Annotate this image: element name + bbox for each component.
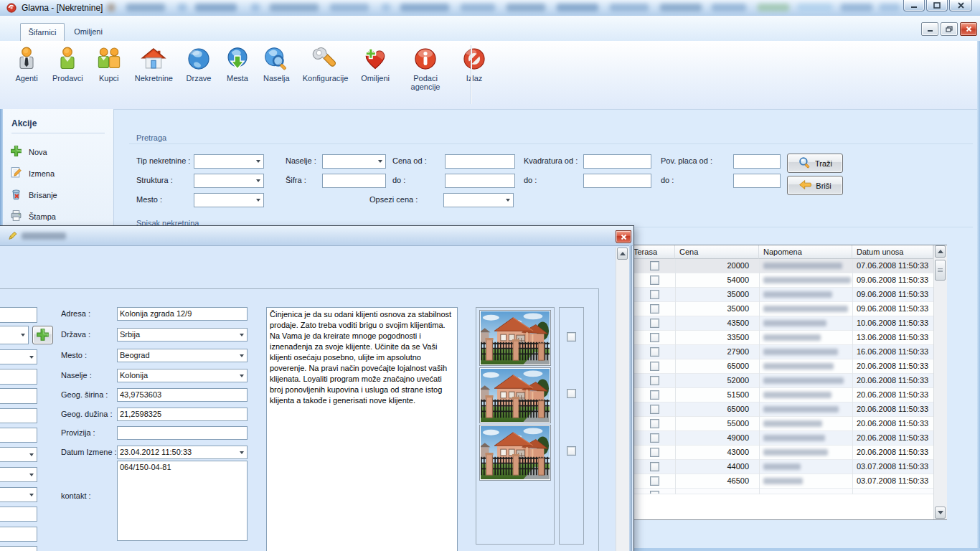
field-drzava-select[interactable]: Srbija (117, 328, 248, 342)
chevron-down-icon (240, 451, 244, 454)
clipped-input[interactable] (0, 388, 37, 404)
datum-unosa-cell: 03.07.2008 11:50:33 (857, 476, 928, 485)
window-title: Glavna - [Nekretnine] (22, 3, 103, 13)
field-adresa-input[interactable]: Kolonija zgrada 12/9 (117, 307, 248, 321)
tab-sifarnici[interactable]: Šifarnici (20, 23, 65, 41)
search-mesto-select[interactable] (194, 193, 264, 207)
terasa-checkbox[interactable] (650, 376, 659, 385)
clipped-input[interactable] (0, 369, 37, 385)
maximize-button[interactable] (926, 0, 948, 11)
terasa-checkbox[interactable] (650, 290, 659, 299)
clipped-select[interactable] (0, 467, 37, 482)
toolbar-item-podaci-agencije[interactable]: Podaci agencije (396, 44, 455, 93)
terasa-checkbox[interactable] (650, 261, 659, 270)
search-sifra-input[interactable] (322, 174, 386, 188)
toolbar-item-mesta[interactable]: Mesta (218, 44, 257, 85)
clipped-input[interactable] (0, 428, 37, 443)
terasa-checkbox[interactable] (650, 304, 659, 314)
description-textarea[interactable]: Činjenica je da su odani klijenti osnova… (266, 307, 458, 551)
toolbar-item-nekretnine[interactable]: Nekretnine (128, 44, 179, 85)
sidebar-item-izmena[interactable]: Izmena (10, 166, 55, 180)
photo-select-checkbox[interactable] (567, 446, 576, 456)
field-mesto-select[interactable]: Beograd (117, 349, 248, 362)
column-header-cena[interactable]: Cena (675, 245, 759, 259)
terasa-checkbox[interactable] (650, 419, 659, 428)
mdi-minimize-button[interactable] (921, 22, 938, 36)
clipped-input[interactable] (0, 546, 37, 551)
clipped-input[interactable] (0, 507, 37, 522)
property-photo-thumbnail[interactable] (479, 310, 551, 366)
dialog-close-button[interactable] (616, 230, 631, 243)
search-do-input[interactable] (445, 174, 515, 188)
clipped-select[interactable] (0, 326, 29, 344)
column-header-terasa[interactable]: Terasa (629, 245, 675, 259)
tab-omiljeni[interactable]: Omiljeni (69, 23, 108, 41)
clipped-input[interactable] (0, 307, 37, 323)
table-vertical-scrollbar[interactable] (933, 245, 947, 519)
search-kvadratura-od-input[interactable] (583, 154, 651, 169)
toolbar-item-drzave[interactable]: Drzave (179, 44, 218, 85)
clipped-input[interactable] (0, 408, 37, 423)
scroll-up-button[interactable] (935, 245, 946, 258)
minimize-button[interactable] (903, 0, 925, 11)
trazi-button[interactable]: Traži (787, 154, 843, 173)
close-button[interactable] (949, 0, 972, 11)
clipped-select[interactable] (0, 349, 37, 364)
sidebar-item-stampa[interactable]: Štampa (10, 209, 56, 223)
search-opsezi-cena-select[interactable] (443, 193, 514, 207)
kontakt-textarea[interactable]: 064/150-04-81 (117, 461, 248, 541)
brisi-button[interactable]: Briši (787, 176, 843, 195)
terasa-checkbox[interactable] (650, 347, 659, 357)
pencil-icon (7, 230, 18, 242)
field-datum-izmene-select[interactable]: 23.04.2012 11:50:33 (117, 446, 248, 459)
terasa-checkbox[interactable] (650, 448, 659, 457)
toolbar-item-izlaz[interactable]: Izlaz (455, 44, 494, 85)
terasa-checkbox[interactable] (650, 491, 659, 494)
clipped-select[interactable] (0, 487, 37, 502)
search-pov-placa-od-input[interactable] (733, 154, 781, 169)
cena-cell: 54000 (675, 276, 749, 284)
terasa-checkbox[interactable] (650, 390, 659, 400)
photo-select-checkbox[interactable] (567, 332, 576, 342)
add-related-button[interactable] (32, 326, 53, 344)
toolbar-item-omiljeni[interactable]: Omiljeni (354, 44, 396, 85)
photo-select-checkbox[interactable] (567, 389, 576, 398)
search-do-input[interactable] (733, 174, 781, 188)
sidebar-item-nova[interactable]: Nova (10, 145, 47, 159)
toolbar-item-konfiguracije[interactable]: Konfiguracije (296, 44, 355, 85)
scroll-up-button[interactable] (617, 248, 628, 260)
toolbar-item-agenti[interactable]: Agenti (7, 44, 46, 85)
toolbar-item-naselja[interactable]: Naselja (257, 44, 296, 85)
column-header-datum-unosa[interactable]: Datum unosa (852, 245, 933, 259)
scroll-down-button[interactable] (935, 507, 946, 519)
search-struktura-select[interactable] (194, 174, 264, 188)
terasa-checkbox[interactable] (650, 319, 659, 328)
scrollbar-thumb[interactable] (935, 260, 946, 281)
toolbar-item-kupci[interactable]: Kupci (90, 44, 128, 85)
property-photo-thumbnail[interactable] (479, 425, 551, 481)
field-provizija-input[interactable] (117, 426, 248, 440)
search-naselje-select[interactable] (322, 154, 386, 169)
field-geog-sirina-input[interactable]: 43,9753603 (117, 388, 248, 402)
toolbar-item-prodavci[interactable]: Prodavci (46, 44, 90, 85)
mdi-restore-button[interactable] (941, 22, 958, 36)
sidebar-item-brisanje[interactable]: Brisanje (10, 188, 57, 202)
field-naselje-select[interactable]: Kolonija (117, 369, 248, 382)
terasa-checkbox[interactable] (650, 333, 659, 342)
clipped-select[interactable] (0, 447, 37, 462)
field-geog-duzina-input[interactable]: 21,2598325 (117, 408, 248, 421)
terasa-checkbox[interactable] (650, 462, 659, 471)
clipped-input[interactable] (0, 527, 37, 542)
terasa-checkbox[interactable] (650, 476, 659, 486)
terasa-checkbox[interactable] (650, 405, 659, 414)
property-photo-thumbnail[interactable] (479, 367, 551, 423)
mdi-close-button[interactable] (960, 22, 977, 36)
terasa-checkbox[interactable] (650, 433, 659, 443)
terasa-checkbox[interactable] (650, 276, 659, 285)
terasa-checkbox[interactable] (650, 362, 659, 371)
column-header-napomena[interactable]: Napomena (759, 245, 852, 259)
search-cena-od-input[interactable] (445, 154, 515, 169)
search-tip-nekretnine-select[interactable] (194, 154, 264, 169)
dialog-vertical-scrollbar[interactable] (616, 248, 629, 551)
search-do-input[interactable] (583, 174, 651, 188)
